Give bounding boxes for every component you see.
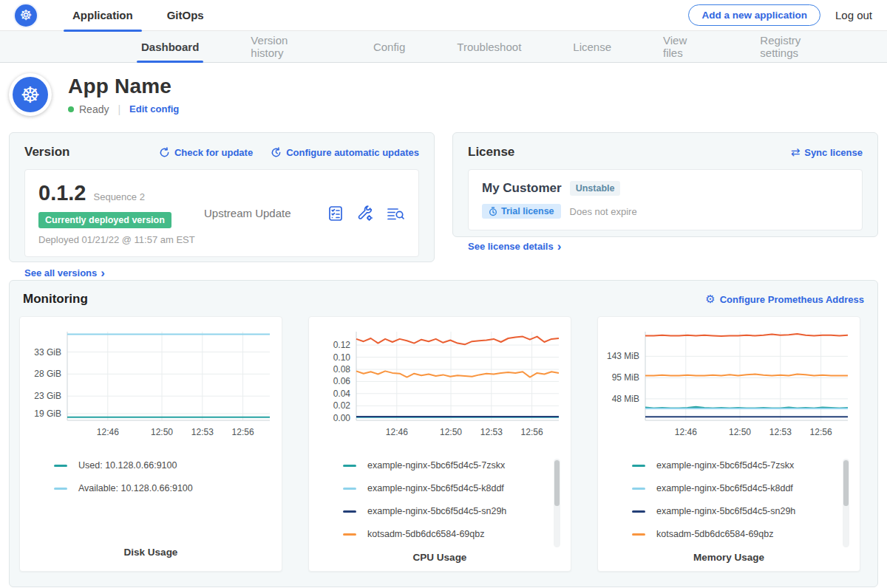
disk-usage-legend: Used: 10.128.0.66:9100Available: 10.128.… [54, 460, 254, 493]
svg-text:0.08: 0.08 [333, 364, 351, 375]
sync-license-button[interactable]: ⇄ Sync license [791, 146, 863, 159]
app-sub-nav: Dashboard Version history Config Trouble… [0, 31, 887, 63]
legend-item: Used: 10.128.0.66:9100 [54, 460, 254, 471]
svg-text:28 GiB: 28 GiB [34, 369, 61, 379]
chart-title: CPU Usage [318, 552, 562, 566]
svg-text:12:56: 12:56 [810, 427, 832, 437]
sequence-label: Sequence 2 [94, 191, 145, 202]
disk-usage-chart-card: 19 GiB23 GiB28 GiB33 GiB12:4612:5012:531… [19, 316, 282, 572]
legend-item: kotsadm-5db6dc6584-69qbz [343, 529, 543, 539]
sync-arrows-icon: ⇄ [791, 146, 801, 159]
divider: | [118, 103, 120, 115]
legend-label: example-nginx-5bc6f5d4c5-sn29h [367, 506, 506, 516]
legend-item: example-nginx-5bc6f5d4c5-k8ddf [343, 483, 543, 493]
legend-label: example-nginx-5bc6f5d4c5-7zskx [656, 460, 794, 471]
configure-automatic-updates-button[interactable]: Configure automatic updates [271, 147, 419, 158]
diff-view-icon[interactable] [386, 205, 405, 222]
memory-usage-chart-card: 48 MiB95 MiB143 MiB12:4612:5012:5312:56 … [597, 316, 860, 572]
tab-config[interactable]: Config [369, 31, 409, 62]
chevron-right-icon: › [101, 267, 105, 279]
svg-text:12:53: 12:53 [769, 427, 792, 437]
svg-text:95 MiB: 95 MiB [612, 372, 639, 383]
clock-refresh-icon [271, 147, 282, 158]
tab-gitops[interactable]: GitOps [158, 0, 213, 31]
svg-text:12:50: 12:50 [151, 427, 173, 437]
gear-icon: ⚙ [705, 293, 715, 306]
svg-text:33 GiB: 33 GiB [34, 347, 61, 358]
tab-view-files[interactable]: View files [659, 31, 713, 62]
legend-scrollbar-thumb[interactable] [554, 460, 560, 506]
svg-text:12:53: 12:53 [191, 427, 214, 437]
tab-license[interactable]: License [568, 31, 616, 62]
version-panel: Version Check for update Configure autom… [9, 132, 435, 262]
cpu-usage-chart: 0.000.020.040.060.080.100.1212:4612:5012… [318, 326, 562, 442]
svg-text:12:46: 12:46 [675, 427, 697, 437]
current-version-card: 0.1.2 Sequence 2 Currently deployed vers… [24, 169, 419, 257]
see-all-versions-link[interactable]: See all versions › [24, 267, 105, 279]
logout-button[interactable]: Log out [835, 9, 872, 21]
legend-scrollbar [554, 459, 560, 547]
legend-item: kotsadm-5db6dc6584-69qbz [632, 529, 832, 539]
chart-title: Memory Usage [607, 552, 851, 566]
svg-text:12:46: 12:46 [386, 427, 408, 437]
legend-label: Used: 10.128.0.66:9100 [78, 460, 177, 471]
svg-text:12:56: 12:56 [521, 427, 543, 437]
tab-dashboard[interactable]: Dashboard [137, 31, 203, 62]
legend-swatch [343, 465, 356, 467]
release-notes-icon[interactable] [327, 205, 344, 222]
configure-prometheus-link[interactable]: ⚙ Configure Prometheus Address [705, 293, 864, 306]
tab-version-history[interactable]: Version history [246, 31, 326, 62]
channel-badge: Unstable [570, 181, 621, 196]
edit-config-link[interactable]: Edit config [129, 103, 179, 114]
legend-swatch [632, 488, 645, 490]
legend-scrollbar [843, 459, 849, 547]
customer-name: My Customer [482, 181, 562, 196]
svg-text:0.10: 0.10 [333, 352, 351, 363]
version-panel-title: Version [24, 145, 141, 160]
legend-item: example-nginx-5bc6f5d4c5-sn29h [632, 506, 832, 516]
svg-text:0.06: 0.06 [333, 376, 351, 386]
svg-text:0.12: 0.12 [333, 340, 351, 350]
legend-item: Available: 10.128.0.66:9100 [54, 483, 254, 493]
legend-swatch [54, 465, 67, 467]
page-title: App Name [68, 75, 179, 98]
svg-text:19 GiB: 19 GiB [34, 408, 61, 419]
license-expiry: Does not expire [570, 206, 637, 217]
legend-label: kotsadm-5db6dc6584-69qbz [656, 529, 773, 539]
monitoring-panel: Monitoring ⚙ Configure Prometheus Addres… [9, 280, 878, 587]
status-text: Ready [79, 103, 109, 115]
legend-label: example-nginx-5bc6f5d4c5-k8ddf [367, 483, 504, 493]
legend-label: example-nginx-5bc6f5d4c5-k8ddf [656, 483, 793, 493]
legend-item: example-nginx-5bc6f5d4c5-k8ddf [632, 483, 832, 493]
svg-text:0.02: 0.02 [333, 400, 351, 411]
legend-item: example-nginx-5bc6f5d4c5-7zskx [632, 460, 832, 471]
legend-swatch [343, 510, 356, 513]
kubernetes-app-icon: ☸ [13, 77, 48, 112]
cpu-usage-chart-card: 0.000.020.040.060.080.100.1212:4612:5012… [308, 316, 571, 572]
svg-text:12:50: 12:50 [729, 427, 751, 437]
legend-scrollbar-thumb[interactable] [843, 460, 849, 506]
tab-registry-settings[interactable]: Registry settings [755, 31, 844, 62]
config-wrench-icon[interactable] [356, 205, 374, 222]
app-avatar: ☸ [9, 73, 52, 116]
legend-label: example-nginx-5bc6f5d4c5-7zskx [367, 460, 505, 471]
svg-text:0.04: 0.04 [333, 389, 351, 399]
kubernetes-logo-icon[interactable]: ☸ [15, 4, 37, 27]
svg-text:12:56: 12:56 [232, 427, 254, 437]
add-application-button[interactable]: Add a new application [688, 4, 820, 26]
license-panel-title: License [468, 145, 773, 160]
stopwatch-icon [489, 207, 497, 216]
legend-label: example-nginx-5bc6f5d4c5-sn29h [656, 506, 795, 516]
svg-text:48 MiB: 48 MiB [612, 394, 639, 404]
legend-swatch [343, 488, 356, 490]
top-nav: ☸ Application GitOps Add a new applicati… [0, 0, 887, 31]
chart-title: Disk Usage [29, 547, 273, 561]
refresh-icon [159, 147, 170, 158]
check-for-update-button[interactable]: Check for update [159, 147, 253, 158]
see-license-details-link[interactable]: See license details › [468, 240, 561, 253]
svg-text:0.00: 0.00 [333, 413, 351, 423]
ready-status-dot [68, 106, 74, 112]
tab-troubleshoot[interactable]: Troubleshoot [452, 31, 526, 62]
version-source-label: Upstream Update [195, 207, 327, 219]
tab-application[interactable]: Application [64, 0, 142, 31]
